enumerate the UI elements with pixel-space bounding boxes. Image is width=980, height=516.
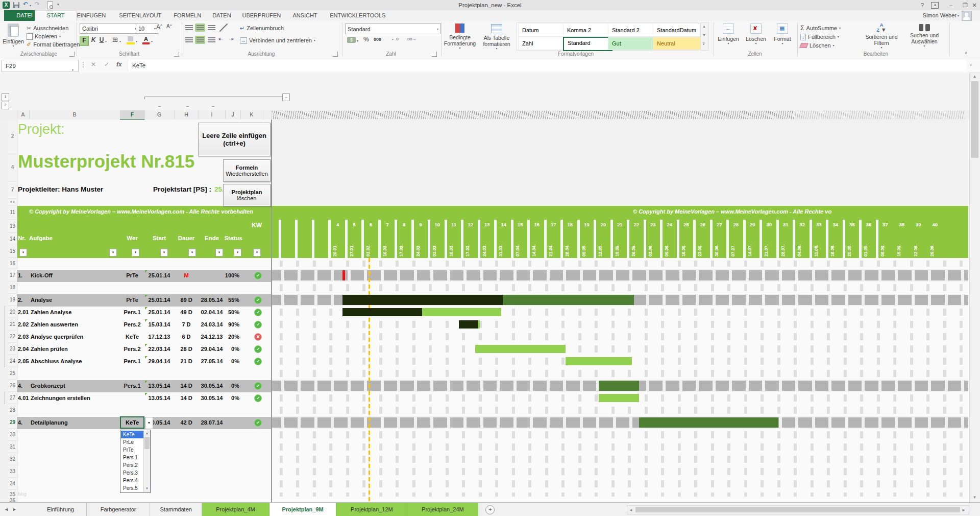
task-start-19[interactable]: 25.01.14 <box>144 294 174 306</box>
add-sheet-button[interactable]: + <box>485 505 495 514</box>
dropdown-scroll-thumb[interactable] <box>144 437 150 449</box>
task-ende-19[interactable]: 28.05.14 <box>199 294 225 306</box>
task-dauer-22[interactable]: 6 D <box>174 331 199 343</box>
cell-style-neutral[interactable]: Neutral <box>653 37 701 50</box>
cell-style-standarddatum[interactable]: StandardDatum <box>653 24 701 37</box>
shrink-font-button[interactable]: A˅ <box>166 24 172 29</box>
row-header-31[interactable]: 31 <box>8 441 17 453</box>
row-header-20[interactable]: 20 <box>8 306 17 318</box>
sheet-button-1[interactable]: FormelnWiederherstellen <box>223 159 271 182</box>
fill-dropdown-icon[interactable]: ▾ <box>136 39 137 43</box>
task-start-21[interactable]: 15.03.14 <box>144 318 174 331</box>
task-wer-20[interactable]: Pers.1 <box>120 306 144 318</box>
outline-level-2[interactable]: 2 <box>2 102 9 109</box>
sheet-tab-projektplan_9m[interactable]: Projektplan_9M <box>270 503 337 516</box>
cell-style-gut[interactable]: Gut <box>608 37 656 50</box>
sheet-tab-farbgenerator[interactable]: Farbgenerator <box>87 503 150 516</box>
task-name-26[interactable]: Grobkonzept <box>31 380 120 392</box>
task-start-23[interactable]: 22.03.14 <box>144 343 174 355</box>
comma-style-button[interactable]: 000 <box>374 37 381 42</box>
vertical-scrollbar[interactable]: ▲▼ <box>969 73 980 503</box>
dialog-launcher-icon[interactable] <box>333 52 338 57</box>
task-start-17[interactable]: 25.01.14 <box>144 269 174 282</box>
user-name[interactable]: Simon Weber <box>913 10 957 21</box>
row-header-13[interactable]: 13 <box>8 220 17 233</box>
scroll-up-icon[interactable]: ▲ <box>970 74 979 79</box>
tab-nav-left-icon[interactable]: ◄ <box>4 503 9 516</box>
filter-button-3[interactable]: ▼ <box>160 249 168 256</box>
row-header-24[interactable]: 24 <box>8 355 17 367</box>
column-header-F[interactable]: F <box>120 110 145 120</box>
filter-button-1[interactable]: ▼ <box>109 249 117 256</box>
scroll-down-icon[interactable]: ▼ <box>970 495 979 500</box>
italic-button[interactable]: K <box>90 36 97 45</box>
task-name-17[interactable]: Kick-Off <box>31 269 120 282</box>
task-status-27[interactable]: 0% <box>223 392 239 404</box>
undo-dropdown-icon[interactable]: ▾ <box>30 4 31 7</box>
task-wer-24[interactable]: Pers.1 <box>120 355 144 367</box>
filter-button-4[interactable]: ▼ <box>188 249 196 256</box>
dropdown-item-pers4[interactable]: Pers.4 <box>121 477 145 484</box>
dropdown-item-prte[interactable]: PrTe <box>121 446 145 454</box>
dialog-launcher-icon[interactable] <box>432 52 437 57</box>
task-start-26[interactable]: 13.05.14 <box>144 380 174 392</box>
dropdown-scroll-down-icon[interactable]: ▼ <box>145 487 149 490</box>
task-name-20[interactable]: Zahlen Analyse <box>31 306 120 318</box>
cell-style-standard[interactable]: Standard <box>563 37 612 51</box>
column-header-K[interactable]: K <box>240 110 263 119</box>
row-header-30[interactable]: 30 <box>8 429 17 441</box>
task-status-19[interactable]: 55% <box>223 294 239 306</box>
task-nr-19[interactable]: 2. <box>18 294 31 306</box>
task-name-23[interactable]: Zahlen prüfen <box>31 343 120 355</box>
column-header-A[interactable]: A <box>17 110 30 119</box>
row-header-23[interactable]: 23 <box>8 343 17 355</box>
name-box[interactable]: F29▾ <box>1 60 79 72</box>
align-icon-5[interactable] <box>206 36 216 44</box>
task-start-27[interactable]: 13.05.14 <box>144 392 174 404</box>
dropdown-item-pers5[interactable]: Pers.5 <box>121 484 145 492</box>
formula-bar-expand-icon[interactable]: ˅ <box>970 63 972 67</box>
formula-input[interactable]: KeTe <box>128 60 966 71</box>
dropdown-scrollbar[interactable]: ▲▼ <box>143 431 150 492</box>
task-nr-22[interactable]: 2.03 <box>18 331 31 343</box>
outline-level-1[interactable]: 1 <box>2 93 9 101</box>
indent-increase-icon[interactable]: ⇥ <box>229 36 233 42</box>
row-header-18[interactable]: 18 <box>8 282 17 294</box>
task-status-21[interactable]: 90% <box>223 318 239 331</box>
dropdown-scroll-up-icon[interactable]: ▲ <box>145 432 149 435</box>
task-dauer-20[interactable]: 49 D <box>174 306 199 318</box>
font-family-select[interactable]: Calibri▾ <box>80 24 139 34</box>
dialog-launcher-icon[interactable] <box>174 52 179 57</box>
cell-style-komma-2[interactable]: Komma 2 <box>563 24 611 37</box>
select-all-corner[interactable] <box>0 110 17 119</box>
task-dauer-17[interactable]: M <box>174 269 199 282</box>
percent-style-button[interactable]: % <box>363 36 369 43</box>
row-header-11[interactable]: 11 <box>8 206 17 220</box>
task-name-24[interactable]: Abschluss Analyse <box>31 355 120 367</box>
row-header-32[interactable]: 32 <box>8 453 17 465</box>
task-status-24[interactable]: 0% <box>223 355 239 367</box>
wrap-text-button[interactable]: ↵Zeilenumbruch <box>240 24 301 32</box>
task-nr-17[interactable]: 1. <box>18 269 31 282</box>
task-dauer-26[interactable]: 14 D <box>174 380 199 392</box>
column-header-H[interactable]: H <box>174 110 199 119</box>
task-wer-26[interactable]: Pers.1 <box>120 380 144 392</box>
minimize-button[interactable]: – <box>943 1 959 10</box>
sheet-button-0[interactable]: Leere Zeile einfügen(ctrl+e) <box>198 123 271 156</box>
avatar[interactable] <box>962 11 972 21</box>
task-nr-24[interactable]: 2.05 <box>18 355 31 367</box>
row-header-15[interactable]: 15 <box>8 245 17 258</box>
row-header-28[interactable]: 28 <box>8 404 17 416</box>
filter-button-5[interactable]: ▼ <box>215 249 223 256</box>
row-header-33[interactable]: 33 <box>8 465 17 478</box>
merge-center-button[interactable]: ⇔Verbinden und zentrieren▾ <box>240 36 332 44</box>
sheet-tab-stammdaten[interactable]: Stammdaten <box>150 503 202 516</box>
save-icon[interactable] <box>13 2 19 8</box>
column-header-B[interactable]: B <box>29 110 120 119</box>
sheet-tab-projektplan_4m[interactable]: Projektplan_4M <box>202 503 270 516</box>
row-header-22[interactable]: 22 <box>8 331 17 343</box>
dropdown-item-prle[interactable]: PrLe <box>121 438 145 446</box>
increase-decimal-button[interactable]: ←.0 <box>391 37 399 41</box>
dropdown-item-kete[interactable]: KeTe <box>121 431 145 438</box>
borders-icon[interactable]: ⊞ <box>112 36 118 43</box>
